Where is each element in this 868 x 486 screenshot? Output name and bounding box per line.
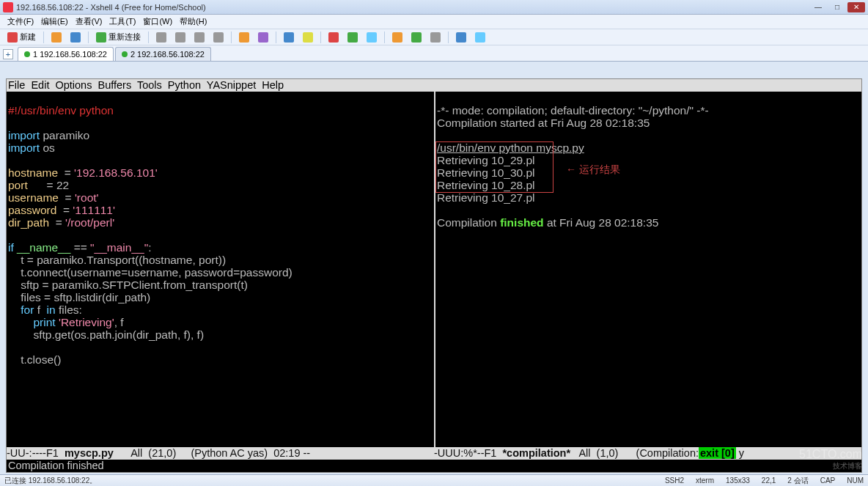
- font-icon: [239, 32, 249, 43]
- tb-font[interactable]: [236, 32, 252, 43]
- status-size: 135x33: [726, 476, 750, 485]
- find-icon: [213, 32, 224, 43]
- terminal[interactable]: File Edit Options Buffers Tools Python Y…: [6, 78, 862, 473]
- tab-1[interactable]: 1 192.168.56.108:22: [18, 47, 114, 61]
- a-icon: [328, 32, 339, 43]
- cut-icon: [156, 32, 166, 43]
- toolbar-main: 新建 重新连接: [0, 29, 868, 45]
- menu-edit[interactable]: 编辑(E): [38, 15, 71, 28]
- session-tabs: + 1 192.168.56.108:22 2 192.168.56.108:2…: [0, 45, 868, 62]
- open-button[interactable]: [48, 32, 65, 43]
- tb-copy[interactable]: [172, 32, 188, 43]
- tb-f[interactable]: [427, 32, 444, 43]
- tb-paste[interactable]: [191, 32, 207, 43]
- tb-find[interactable]: [210, 32, 227, 43]
- window-title: 192.168.56.108:22 - Xshell 4 (Free for H…: [16, 3, 206, 12]
- save-icon: [70, 32, 81, 43]
- modeline-right: -UUU:%*--F1 *compilation* All (1,0) (Com…: [434, 447, 861, 460]
- b-icon: [347, 32, 358, 43]
- emacs-menu[interactable]: File Edit Options Buffers Tools Python Y…: [7, 79, 861, 92]
- close-button[interactable]: ✕: [847, 2, 865, 12]
- menu-tools[interactable]: 工具(T): [106, 15, 139, 28]
- d-icon: [392, 32, 402, 43]
- copy-icon: [175, 32, 185, 43]
- status-ssh: SSH2: [665, 476, 684, 485]
- compilation-pane[interactable]: -*- mode: compilation; default-directory…: [434, 92, 861, 447]
- tb-b[interactable]: [345, 32, 361, 43]
- tb-e[interactable]: [408, 32, 424, 43]
- status-connection: 已连接 192.168.56.108:22。: [4, 476, 97, 486]
- paste-icon: [194, 32, 205, 43]
- titlebar: 192.168.56.108:22 - Xshell 4 (Free for H…: [0, 0, 868, 15]
- status-term: xterm: [696, 476, 714, 485]
- status-dot-icon: [24, 51, 30, 57]
- maximize-button[interactable]: □: [828, 2, 846, 12]
- new-icon: [7, 32, 18, 43]
- status-pos: 22,1: [762, 476, 776, 485]
- menu-view[interactable]: 查看(V): [73, 15, 106, 28]
- prop-icon: [284, 32, 294, 43]
- e-icon: [411, 32, 422, 43]
- help-icon: [475, 32, 485, 43]
- minibuffer[interactable]: Compilation finished: [7, 460, 861, 472]
- watermark: 51CTO.com技术博客: [799, 449, 862, 471]
- tab-2[interactable]: 2 192.168.56.108:22: [115, 47, 211, 61]
- menu-window[interactable]: 窗口(W): [140, 15, 175, 28]
- tb-key[interactable]: [300, 32, 316, 43]
- tb-color[interactable]: [255, 32, 271, 43]
- menu-help[interactable]: 帮助(H): [177, 15, 210, 28]
- new-button[interactable]: 新建: [4, 31, 39, 43]
- c-icon: [367, 32, 377, 43]
- app-menu: 文件(F) 编辑(E) 查看(V) 工具(T) 窗口(W) 帮助(H): [0, 15, 868, 29]
- tb-prop[interactable]: [281, 32, 297, 43]
- tb-help[interactable]: [472, 32, 488, 43]
- app-icon: [3, 2, 13, 12]
- menu-file[interactable]: 文件(F): [4, 15, 37, 28]
- tb-d[interactable]: [389, 32, 405, 43]
- status-sessions: 2 会话: [787, 476, 808, 486]
- status-num: NUM: [847, 476, 864, 485]
- minimize-button[interactable]: —: [809, 2, 827, 12]
- modeline-left: -UU-:----F1 myscp.py All (21,0) (Python …: [7, 447, 434, 460]
- statusbar: 已连接 192.168.56.108:22。 SSH2 xterm 135x33…: [0, 474, 868, 486]
- status-dot-icon: [122, 51, 128, 57]
- status-cap: CAP: [820, 476, 836, 485]
- reconnect-icon: [96, 32, 106, 43]
- key-icon: [303, 32, 313, 43]
- color-icon: [258, 32, 268, 43]
- open-icon: [51, 32, 62, 43]
- tb-g[interactable]: [453, 32, 469, 43]
- result-annotation: 运行结果: [566, 163, 620, 176]
- reconnect-button[interactable]: 重新连接: [93, 31, 144, 43]
- tb-cut[interactable]: [153, 32, 169, 43]
- tb-c[interactable]: [364, 32, 380, 43]
- save-button[interactable]: [67, 32, 84, 43]
- editor-pane[interactable]: #!/usr/bin/env python import paramiko im…: [7, 92, 434, 447]
- result-highlight-box: [435, 141, 553, 193]
- new-tab-button[interactable]: +: [3, 49, 13, 59]
- tb-a[interactable]: [326, 32, 342, 43]
- g-icon: [456, 32, 466, 43]
- f-icon: [430, 32, 441, 43]
